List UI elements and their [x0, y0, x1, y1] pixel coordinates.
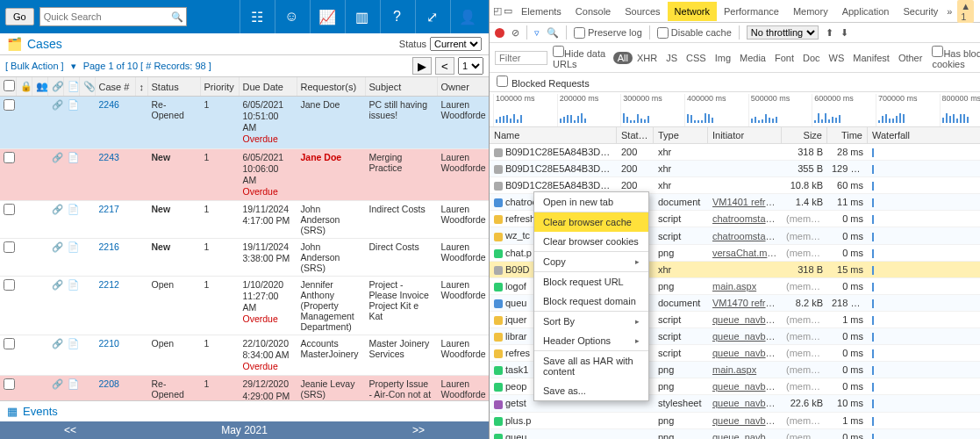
net-col-initiator[interactable]: Initiator [708, 127, 782, 143]
disable-cache-checkbox[interactable]: Disable cache [657, 27, 732, 39]
table-row[interactable]: 🔗📄2217New119/11/20244:17:00 PMJohn Ander… [0, 201, 489, 239]
clear-icon[interactable]: ⊘ [511, 27, 519, 39]
col-2[interactable]: 👥 [32, 77, 47, 97]
net-row[interactable]: queupngqueue_navbar.as...(memory...0 ms [490, 429, 980, 439]
filter-input[interactable] [495, 51, 547, 65]
page-select[interactable]: 1 [458, 57, 483, 75]
help-icon[interactable]: ? [380, 0, 413, 33]
chevron-down-icon[interactable]: ▾ [71, 61, 76, 72]
ctx-sort-by[interactable]: Sort By▸ [534, 312, 648, 331]
net-col-name[interactable]: Name [490, 127, 617, 143]
prev-page-button[interactable]: < [435, 57, 454, 75]
net-col-time[interactable]: Time [827, 127, 868, 143]
table-row[interactable]: 🔗📄2246Re-Opened16/05/202110:51:00 AMOver… [0, 97, 489, 149]
col-11[interactable]: Requestor(s) [297, 77, 365, 97]
bulk-action[interactable]: [ Bulk Action ] [5, 61, 64, 71]
quick-search[interactable]: 🔍 [39, 7, 187, 26]
ctx-clear-cookies[interactable]: Clear browser cookies [534, 232, 648, 251]
play-button[interactable]: ▶ [412, 57, 432, 75]
col-10[interactable]: Due Date [239, 77, 297, 97]
ctx-open-new-tab[interactable]: Open in new tab [534, 192, 648, 212]
net-row[interactable]: B09D1C28E5A84B3DB3788CC881F...200xhr355 … [490, 161, 980, 177]
type-filter-js[interactable]: JS [662, 52, 682, 64]
type-filter-ws[interactable]: WS [825, 52, 849, 64]
user-icon[interactable]: 👤 [450, 0, 483, 33]
cal-next[interactable]: >> [348, 421, 489, 439]
ctx-block-url[interactable]: Block request URL [534, 272, 648, 291]
inspect-icon[interactable]: ◰ [493, 5, 502, 17]
col-5[interactable]: 📎 [79, 77, 95, 97]
preserve-log-checkbox[interactable]: Preserve log [574, 27, 642, 39]
col-12[interactable]: Subject [365, 77, 437, 97]
status-select[interactable]: Current [430, 37, 482, 51]
upload-icon[interactable]: ⬆ [826, 27, 833, 39]
net-col-size[interactable]: Size [782, 127, 827, 143]
device-icon[interactable]: ▭ [504, 5, 512, 17]
ctx-copy[interactable]: Copy▸ [534, 252, 648, 271]
table-row[interactable]: 🔗📄2210Open122/10/20208:34:00 AMOverdueAc… [0, 335, 489, 376]
table-row[interactable]: 🔗📄2208Re-Opened129/12/20204:29:00 PMOver… [0, 376, 489, 400]
network-filter-bar: Hide data URLs AllXHRJSCSSImgMediaFontDo… [490, 43, 980, 73]
tab-security[interactable]: Security [896, 2, 945, 21]
type-filter-font[interactable]: Font [770, 52, 798, 64]
book-icon[interactable]: ▥ [345, 0, 378, 33]
timeline[interactable]: 100000 ms200000 ms300000 ms400000 ms5000… [490, 92, 980, 127]
ctx-block-domain[interactable]: Block request domain [534, 291, 648, 311]
chart-icon[interactable]: 📈 [310, 0, 343, 33]
tab-console[interactable]: Console [569, 2, 618, 21]
type-filter-manifest[interactable]: Manifest [848, 52, 894, 64]
col-6[interactable]: Case # [95, 77, 135, 97]
col-9[interactable]: Priority [200, 77, 239, 97]
status-label: Status [399, 39, 426, 49]
net-row[interactable]: B09D1C28E5A84B3DB3788CC881F...200xhr318 … [490, 144, 980, 161]
type-filter-other[interactable]: Other [894, 52, 927, 64]
tab-elements[interactable]: Elements [514, 2, 569, 21]
search-icon[interactable]: 🔍 [168, 11, 186, 23]
type-filter-xhr[interactable]: XHR [633, 52, 662, 64]
search-icon[interactable]: 🔍 [547, 27, 559, 39]
table-row[interactable]: 🔗📄2212Open11/10/202011:27:00 AMOverdueJe… [0, 277, 489, 335]
blocked-requests-header[interactable]: Blocked Requests [490, 73, 980, 92]
cal-prev[interactable]: << [0, 421, 140, 439]
ctx-header-options[interactable]: Header Options▸ [534, 331, 648, 350]
warning-badge[interactable]: ▲ 1 [957, 0, 974, 23]
quick-search-input[interactable] [40, 10, 168, 24]
tab-sources[interactable]: Sources [618, 2, 667, 21]
tab-memory[interactable]: Memory [786, 2, 835, 21]
ctx-save-as[interactable]: Save as... [534, 381, 648, 400]
table-row[interactable]: 🔗📄2243New16/05/202110:06:00 AMOverdueJan… [0, 148, 489, 201]
tab-application[interactable]: Application [835, 2, 897, 21]
net-row[interactable]: plus.ppngqueue_navbar.as...(memory...1 m… [490, 413, 980, 429]
col-8[interactable]: Status [147, 77, 200, 97]
type-filter-doc[interactable]: Doc [798, 52, 825, 64]
tab-network[interactable]: Network [668, 2, 717, 21]
go-button[interactable]: Go [5, 8, 34, 25]
blocked-cookies-checkbox[interactable]: Has blocked cookies [932, 46, 980, 69]
table-row[interactable]: 🔗📄2216New119/11/20243:38:00 PMJohn Ander… [0, 239, 489, 277]
download-icon[interactable]: ⬇ [841, 27, 848, 39]
expand-icon[interactable]: ⤢ [415, 0, 448, 33]
toolbar-icon-1[interactable]: ☷ [240, 0, 273, 33]
col-0[interactable] [0, 77, 16, 97]
tab-performance[interactable]: Performance [717, 2, 786, 21]
col-13[interactable]: Owner [437, 77, 489, 97]
type-filter-css[interactable]: CSS [682, 52, 711, 64]
ctx-save-har[interactable]: Save all as HAR with content [534, 351, 648, 381]
col-3[interactable]: 🔗 [47, 77, 63, 97]
record-icon[interactable] [495, 28, 504, 38]
hide-urls-checkbox[interactable]: Hide data URLs [553, 46, 608, 69]
net-col-waterfall[interactable]: Waterfall [868, 127, 980, 143]
type-filter-media[interactable]: Media [735, 52, 770, 64]
toolbar-icon-2[interactable]: ☺ [275, 0, 308, 33]
ctx-clear-cache[interactable]: Clear browser cache [534, 212, 648, 232]
tabs-overflow-icon[interactable]: » [947, 6, 952, 17]
throttling-select[interactable]: No throttling [747, 25, 819, 40]
filter-icon[interactable]: ▿ [534, 27, 540, 39]
col-7[interactable]: ↕ [135, 77, 147, 97]
type-filter-all[interactable]: All [613, 52, 633, 64]
type-filter-img[interactable]: Img [711, 52, 735, 64]
net-col-status[interactable]: Status [617, 127, 654, 143]
col-1[interactable]: 🔒 [16, 77, 32, 97]
col-4[interactable]: 📄 [63, 77, 79, 97]
net-col-type[interactable]: Type [654, 127, 708, 143]
